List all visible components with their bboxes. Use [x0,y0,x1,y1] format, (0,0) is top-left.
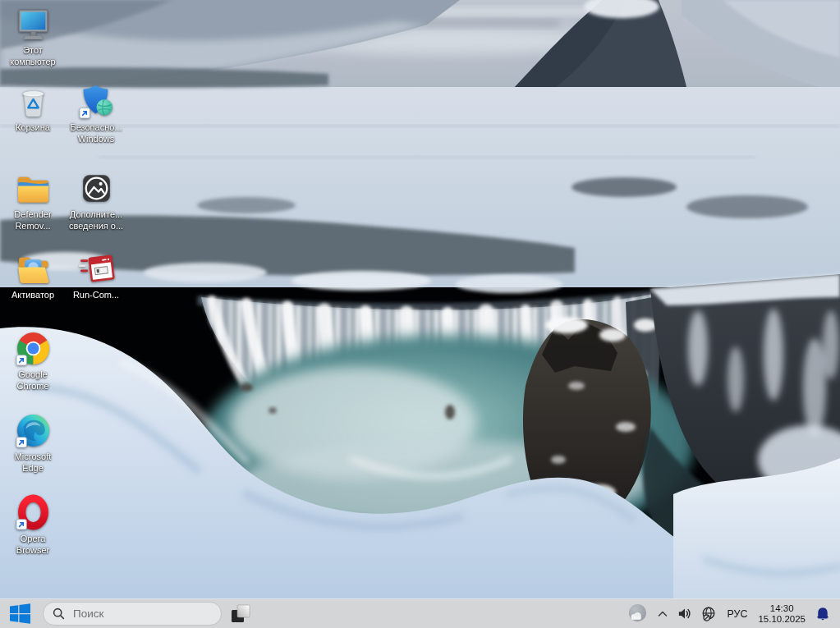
icon-label: Этоткомпьютер [10,45,55,67]
chrome-icon [15,330,52,367]
windows-logo-icon [10,603,30,624]
start-button[interactable] [3,599,36,628]
activator-folder-icon [15,250,52,287]
icon-label: Корзина [16,122,50,134]
desktop-icon-google-chrome[interactable]: GoogleChrome [1,330,65,392]
desktop-icon-windows-security[interactable]: Безопасно...Windows [64,83,128,144]
icon-label: Безопасно...Windows [70,122,122,144]
windows-security-icon [78,83,115,120]
search-input[interactable] [71,607,221,621]
clock[interactable]: 14:30 15.10.2025 [753,603,810,625]
shortcut-arrow-badge [80,108,90,118]
desktop-icon-this-pc[interactable]: Этоткомпьютер [1,6,65,67]
photo-info-icon [78,170,115,207]
search-box[interactable] [43,602,222,626]
taskbar: РУС 14:30 15.10.2025 [0,598,840,628]
edge-icon [15,412,52,449]
task-view-icon [231,604,250,624]
task-view-button[interactable] [225,599,256,628]
desktop-icon-recycle-bin[interactable]: Корзина [1,83,65,134]
icon-label: Run-Com... [73,290,119,301]
desktop-icon-defender-remover[interactable]: DefenderRemov... [1,170,65,231]
time-label: 14:30 [770,603,794,614]
weather-widget[interactable] [622,599,653,628]
cloudy-weather-icon [627,603,649,625]
system-tray: РУС 14:30 15.10.2025 [622,599,840,628]
language-label: РУС [727,608,747,620]
speaker-icon [677,606,692,621]
icon-label: MicrosoftEdge [15,452,52,474]
notifications-button[interactable] [810,599,835,628]
show-hidden-icons-button[interactable] [653,599,672,628]
shortcut-arrow-badge [16,438,26,447]
icon-label: OperaBrowser [16,534,49,556]
network-button[interactable] [696,599,721,628]
icon-label: Активатор [11,290,54,301]
chevron-up-icon [657,608,668,620]
shortcut-arrow-badge [16,520,26,529]
globe-no-internet-icon [700,606,717,622]
search-icon [53,607,65,620]
desktop-icon-additional-info[interactable]: Дополните...сведения о... [64,170,128,231]
icon-label: Дополните...сведения о... [69,209,123,231]
language-indicator[interactable]: РУС [721,599,753,628]
icon-label: DefenderRemov... [14,209,51,231]
this-pc-icon [15,6,52,43]
icon-label: GoogleChrome [16,369,48,392]
run-command-icon [78,250,115,287]
notification-bell-icon [815,606,831,622]
desktop-icon-activator[interactable]: Активатор [1,250,65,301]
date-label: 15.10.2025 [758,614,806,625]
desktop-icon-opera-browser[interactable]: OperaBrowser [1,494,65,556]
volume-button[interactable] [672,599,696,628]
folder-icon [15,170,52,207]
desktop-icon-microsoft-edge[interactable]: MicrosoftEdge [1,412,65,474]
desktop: Этоткомпьютер Корзина [0,0,840,628]
desktop-icon-run-com[interactable]: Run-Com... [64,250,128,301]
opera-icon [15,494,52,531]
shortcut-arrow-badge [16,355,26,365]
recycle-bin-icon [15,83,52,120]
